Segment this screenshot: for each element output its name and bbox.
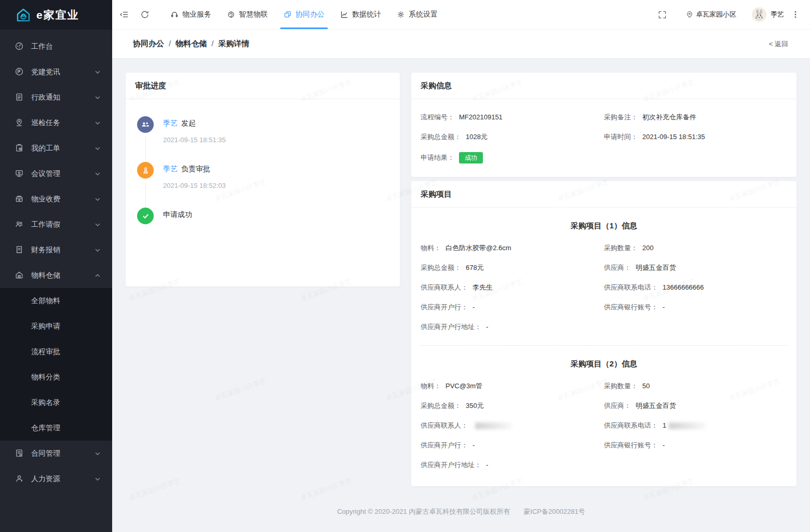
step-title: 申请成功: [163, 210, 386, 220]
sidebar-item-flow-approval[interactable]: 流程审批: [0, 339, 112, 364]
chevron-down-icon: [95, 222, 101, 228]
field-label: 采购总金额：: [421, 402, 461, 410]
sidebar-item-material-category[interactable]: 物料分类: [0, 364, 112, 390]
breadcrumb-part[interactable]: 协同办公: [133, 39, 164, 49]
field-label: 采购数量：: [604, 244, 638, 252]
tab-property[interactable]: 物业服务: [163, 0, 219, 29]
field-label: 申请时间：: [604, 133, 638, 141]
copyright-text: Copyright © 2020-2021 内蒙古卓瓦科技有限公司版权所有: [337, 508, 510, 515]
breadcrumb-part: 采购详情: [218, 39, 249, 49]
sidebar-item-hr[interactable]: 人力资源: [0, 466, 112, 492]
tab-iot[interactable]: 智慧物联: [219, 0, 276, 29]
field-label: 供应商联系电话：: [604, 421, 658, 429]
back-link[interactable]: < 返回: [769, 39, 788, 49]
approval-step: 季艺负责审批2021-09-15 18:52:03: [137, 165, 386, 189]
sidebar-item-workorder[interactable]: 我的工单: [0, 135, 112, 161]
sidebar-subitem-label: 仓库管理: [31, 424, 101, 433]
field: 供应商：明盛五金百货: [604, 401, 787, 411]
field-value: 2021-09-15 18:51:35: [642, 133, 705, 141]
tab-stats[interactable]: 数据统计: [332, 0, 389, 29]
step-title: 季艺发起: [163, 119, 386, 128]
clipboard-icon: [15, 143, 24, 153]
sidebar-item-all-materials[interactable]: 全部物料: [0, 288, 112, 313]
brand-name: e家宜业: [36, 8, 79, 22]
field-value: 明盛五金百货: [636, 402, 676, 410]
chart-icon: [340, 10, 348, 19]
field: 申请时间：2021-09-15 18:51:35: [604, 132, 787, 142]
sidebar-item-finance[interactable]: 财务报销: [0, 237, 112, 263]
field-value: -: [486, 323, 488, 331]
sidebar-item-purchase-apply[interactable]: 采购申请: [0, 313, 112, 339]
field-value: -: [473, 441, 475, 449]
collapse-sidebar-icon[interactable]: [119, 10, 129, 19]
sidebar-item-label: 我的工单: [31, 144, 95, 153]
check-step-icon: [137, 208, 154, 224]
chevron-up-icon: [95, 272, 101, 279]
field-value: 13666666666: [663, 283, 704, 291]
sidebar-item-workbench[interactable]: 工作台: [0, 34, 112, 59]
tab-office[interactable]: 协同办公: [276, 0, 332, 29]
fullscreen-icon[interactable]: [658, 10, 667, 19]
community-selector[interactable]: 卓瓦家园小区: [686, 10, 736, 19]
sidebar-item-leave[interactable]: 工作请假: [0, 212, 112, 237]
step-title: 季艺负责审批: [163, 165, 386, 174]
field-label: 供应商开户行地址：: [421, 461, 481, 469]
chip-icon: [227, 10, 235, 19]
sidebar-item-warehouse[interactable]: 物料仓储: [0, 263, 112, 288]
step-action: 发起: [181, 119, 196, 127]
pin-icon: [15, 118, 24, 128]
sidebar-item-label: 行政通知: [31, 93, 95, 102]
step-user-link[interactable]: 季艺: [163, 165, 178, 173]
tab-label: 物业服务: [182, 10, 211, 19]
field-label: 供应商银行账号：: [604, 303, 658, 311]
field-value: 1: [663, 421, 666, 429]
field-value: -: [473, 303, 475, 311]
field: 采购数量：200: [604, 243, 787, 253]
field-value: 200: [642, 244, 654, 252]
step-user-link[interactable]: 季艺: [163, 119, 178, 127]
sidebar-item-label: 工作台: [31, 42, 101, 51]
breadcrumb-part[interactable]: 物料仓储: [176, 39, 207, 49]
field-label: 采购数量：: [604, 382, 638, 390]
sidebar-item-meeting[interactable]: 会议管理: [0, 161, 112, 186]
section-heading: 采购项目（2）信息: [411, 346, 797, 369]
approval-step: 申请成功: [137, 210, 386, 227]
field-label: 采购备注：: [604, 113, 638, 121]
field: 流程编号：MF202109151: [421, 113, 604, 122]
field-value: -: [663, 303, 665, 311]
field: 采购总金额：678元: [421, 263, 604, 272]
purchase-info-title: 采购信息: [411, 73, 797, 99]
sidebar-item-party[interactable]: 党建党讯: [0, 59, 112, 85]
topbar-right: 卓瓦家园小区 🐰 季艺: [652, 7, 810, 22]
more-menu-icon[interactable]: [791, 10, 800, 19]
refresh-icon[interactable]: [140, 10, 150, 19]
sidebar-item-fee[interactable]: 物业收费: [0, 186, 112, 212]
sidebar-item-warehouse-manage[interactable]: 仓库管理: [0, 415, 112, 441]
sidebar: e家宜业 工作台党建党讯行政通知巡检任务我的工单会议管理物业收费工作请假财务报销…: [0, 0, 112, 532]
field: 物料：白色防水胶带@2.6cm: [421, 243, 604, 253]
sidebar-item-patrol[interactable]: 巡检任务: [0, 110, 112, 135]
user-avatar[interactable]: 🐰: [752, 7, 766, 22]
field-label: 供应商开户行：: [421, 303, 468, 311]
field-label: 供应商联系电话：: [604, 283, 658, 291]
section-fields: 物料：PVC@3m管采购数量：50采购总金额：350元供应商：明盛五金百货供应商…: [411, 369, 797, 473]
sidebar-item-contract[interactable]: 合同管理: [0, 441, 112, 466]
sidebar-subitem-label: 采购申请: [31, 322, 101, 331]
field-value: 初次补充仓库备件: [642, 113, 696, 121]
chevron-down-icon: [95, 247, 101, 253]
sidebar-item-purchase-list[interactable]: 采购名录: [0, 390, 112, 415]
community-name: 卓瓦家园小区: [696, 10, 736, 19]
sidebar-item-label: 党建党讯: [31, 67, 95, 77]
field: 供应商联系人：李先生: [421, 283, 604, 292]
tab-label: 智慧物联: [239, 10, 268, 19]
tab-settings[interactable]: 系统设置: [389, 0, 446, 29]
chevron-down-icon: [95, 476, 101, 482]
chevron-down-icon: [95, 196, 101, 202]
step-action: 负责审批: [181, 165, 210, 173]
sidebar-item-label: 合同管理: [31, 449, 95, 458]
tab-label: 系统设置: [409, 10, 438, 19]
sidebar-item-notice[interactable]: 行政通知: [0, 85, 112, 110]
field-label: 供应商开户行：: [421, 441, 468, 449]
purchase-info-card: 采购信息 流程编号：MF202109151采购备注：初次补充仓库备件采购总金额：…: [411, 73, 797, 177]
icp-number: 蒙ICP备20002281号: [523, 508, 585, 515]
